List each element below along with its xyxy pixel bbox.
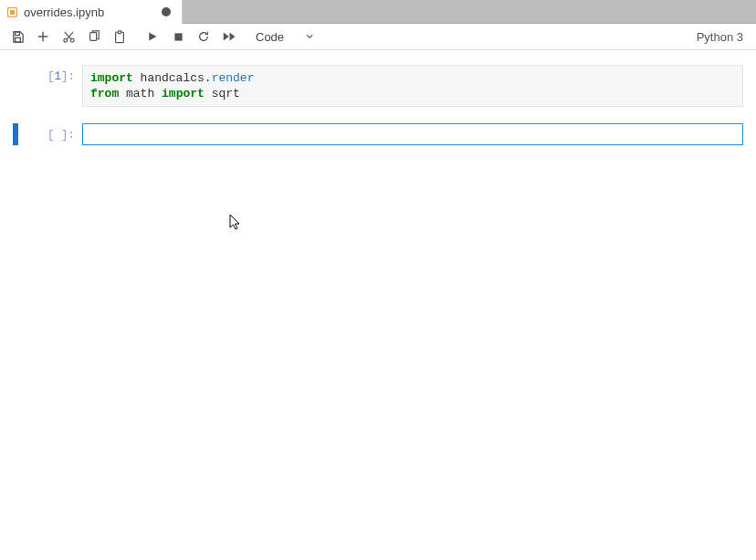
code-editor[interactable] — [82, 123, 743, 145]
svg-point-4 — [63, 38, 67, 42]
restart-button[interactable] — [192, 25, 215, 48]
interrupt-button[interactable] — [166, 25, 190, 48]
save-button[interactable] — [5, 25, 29, 48]
svg-point-5 — [70, 38, 74, 42]
tab-title: overrides.ipynb — [24, 5, 149, 19]
insert-cell-button[interactable] — [31, 25, 55, 48]
cell-type-select[interactable]: Code — [248, 26, 320, 48]
svg-rect-6 — [90, 33, 97, 41]
code-cell[interactable]: [ ]: — [13, 123, 743, 145]
notebook-file-icon — [5, 5, 18, 18]
unsaved-indicator-icon — [162, 7, 171, 16]
cell-type-label: Code — [256, 30, 284, 44]
code-cell[interactable]: [1]: import handcalcs.renderfrom math im… — [13, 65, 743, 107]
notebook-tab[interactable]: overrides.ipynb — [0, 0, 183, 24]
tab-bar: overrides.ipynb — [0, 0, 756, 24]
cell-input[interactable]: import handcalcs.renderfrom math import … — [82, 65, 743, 107]
cell-prompt: [1]: — [18, 65, 82, 83]
toolbar: Code Python 3 — [0, 24, 756, 50]
cell-input[interactable] — [82, 123, 743, 145]
notebook-body: [1]: import handcalcs.renderfrom math im… — [0, 50, 756, 145]
paste-button[interactable] — [108, 25, 131, 48]
svg-rect-3 — [15, 37, 20, 42]
code-editor[interactable]: import handcalcs.renderfrom math import … — [82, 65, 743, 107]
cut-button[interactable] — [57, 25, 80, 48]
svg-rect-9 — [174, 33, 182, 40]
chevron-down-icon — [305, 30, 314, 44]
svg-rect-1 — [10, 10, 15, 15]
restart-run-all-button[interactable] — [217, 25, 241, 48]
run-button[interactable] — [141, 25, 164, 48]
mouse-cursor-icon — [229, 214, 242, 235]
svg-rect-2 — [15, 31, 19, 35]
cell-prompt: [ ]: — [18, 123, 82, 142]
svg-rect-8 — [118, 30, 121, 33]
kernel-name[interactable]: Python 3 — [697, 30, 751, 44]
copy-button[interactable] — [82, 25, 106, 48]
